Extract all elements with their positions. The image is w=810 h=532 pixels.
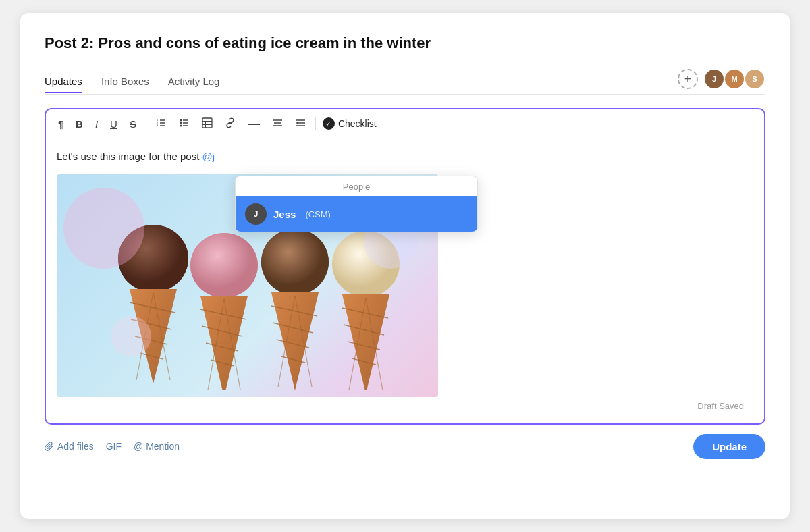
svg-text:3: 3: [157, 124, 159, 127]
toolbar-separator-1: [146, 117, 146, 130]
people-avatar: J: [245, 203, 267, 225]
paperclip-icon: [45, 442, 54, 451]
align-button[interactable]: [269, 116, 286, 131]
main-card: Post 2: Pros and cons of eating ice crea…: [20, 13, 790, 519]
mention-label: @ Mention: [134, 441, 180, 452]
tab-info-boxes[interactable]: Info Boxes: [101, 70, 149, 92]
add-files-label: Add files: [57, 441, 94, 452]
update-button[interactable]: Update: [693, 434, 765, 459]
svg-point-8: [180, 122, 182, 124]
checklist-button[interactable]: ✓ Checklist: [323, 117, 377, 130]
mention-text: @j: [202, 151, 215, 162]
indent-button[interactable]: [292, 116, 308, 131]
checklist-label: Checklist: [338, 118, 377, 129]
italic-button[interactable]: I: [92, 117, 101, 130]
link-button[interactable]: [222, 116, 238, 131]
people-item[interactable]: J Jess (CSM): [236, 196, 477, 232]
svg-point-44: [261, 229, 329, 295]
toolbar-separator-2: [315, 117, 316, 130]
text-before-mention: Let's use this image for the post: [57, 151, 202, 162]
people-dropdown: People J Jess (CSM): [235, 176, 478, 232]
people-role: (CSM): [305, 209, 331, 219]
tabs-row: Updates Info Boxes Activity Log + J M S: [45, 68, 765, 95]
svg-point-6: [180, 119, 182, 122]
add-collaborator-button[interactable]: +: [678, 69, 698, 89]
bold-button[interactable]: B: [73, 117, 86, 130]
table-button[interactable]: [199, 116, 215, 131]
tab-activity-log[interactable]: Activity Log: [168, 70, 220, 92]
tab-updates[interactable]: Updates: [45, 70, 82, 92]
underline-button[interactable]: U: [107, 117, 120, 130]
editor-text: Let's use this image for the post @j: [57, 149, 753, 165]
avatar: S: [744, 68, 765, 90]
mention-button[interactable]: @ Mention: [134, 441, 180, 452]
update-label: Update: [712, 441, 747, 452]
gif-label: GIF: [106, 441, 122, 452]
editor-toolbar: ¶ B I U S 123 —: [46, 109, 764, 138]
paragraph-button[interactable]: ¶: [55, 117, 66, 130]
collaborators-area: + J M S: [678, 68, 765, 94]
people-name: Jess: [273, 209, 296, 220]
draft-status: Draft Saved: [57, 397, 753, 418]
avatar: J: [703, 68, 725, 90]
avatar: M: [724, 68, 745, 90]
bottom-toolbar: Add files GIF @ Mention Update: [45, 434, 765, 459]
unordered-list-button[interactable]: [176, 116, 192, 131]
svg-point-34: [190, 233, 258, 298]
dropdown-header: People: [236, 176, 477, 196]
strikethrough-button[interactable]: S: [127, 117, 139, 130]
editor-content[interactable]: Let's use this image for the post @j Peo…: [46, 138, 764, 423]
horizontal-rule-button[interactable]: —: [245, 116, 263, 131]
gif-button[interactable]: GIF: [106, 441, 122, 452]
svg-rect-12: [202, 118, 212, 128]
checklist-icon: ✓: [323, 117, 335, 130]
post-title: Post 2: Pros and cons of eating ice crea…: [45, 34, 765, 52]
svg-point-10: [180, 125, 182, 127]
editor-wrapper: ¶ B I U S 123 —: [45, 108, 765, 425]
ordered-list-button[interactable]: 123: [153, 116, 169, 131]
add-files-button[interactable]: Add files: [45, 441, 94, 452]
